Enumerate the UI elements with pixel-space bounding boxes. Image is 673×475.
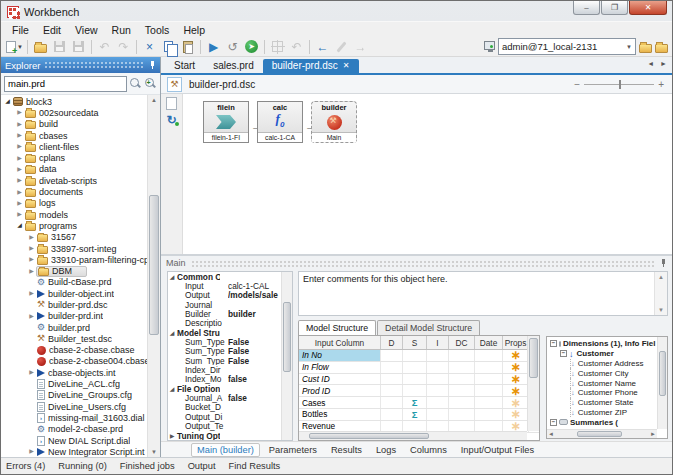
property-row[interactable]: Journal_A false (168, 393, 292, 402)
tree-item[interactable]: ▶ 31567 (1, 232, 160, 243)
tree-item[interactable]: ▶ 33910-param-filtering-cplan (1, 254, 160, 265)
expander-icon[interactable]: ◢ (168, 274, 176, 280)
tree-item[interactable]: ▶ cbase-objects.int (1, 367, 160, 378)
revert-button[interactable]: ↶ (287, 38, 306, 55)
scroll-thumb[interactable] (283, 302, 291, 372)
expander-icon[interactable]: ◢ (168, 330, 176, 336)
tree-item[interactable]: ⚙ model-2-cbase.prd (1, 424, 160, 435)
expander-icon[interactable]: ▶ (15, 142, 24, 151)
i-cell[interactable] (427, 421, 449, 432)
s-cell[interactable]: Σ (403, 397, 427, 408)
tree-item[interactable]: ◢ block3 (1, 96, 160, 107)
view-tab-main-builder-[interactable]: Main (builder) (191, 443, 260, 457)
date-cell[interactable] (475, 385, 503, 396)
zoom-slider[interactable]: − + (574, 79, 664, 90)
expander-icon[interactable]: ▶ (15, 199, 24, 208)
tree-item[interactable]: › New DIAL Script.dial (1, 435, 160, 446)
menu-item-edit[interactable]: Edit (36, 23, 68, 37)
expander-icon[interactable]: ▶ (27, 233, 36, 242)
redo-button[interactable]: ↷ (114, 38, 133, 55)
document-tab-start[interactable]: Start (165, 59, 204, 73)
search-input[interactable] (4, 76, 127, 92)
status-item-finished-jobs[interactable]: Finished jobs (120, 461, 175, 471)
fields-scrollbar[interactable] (657, 337, 667, 429)
dc-cell[interactable] (449, 350, 475, 361)
fields-hscrollbar[interactable]: ◄ ► (547, 429, 657, 438)
paste-button[interactable] (178, 38, 197, 55)
i-cell[interactable] (427, 397, 449, 408)
property-row[interactable]: Index_Mo false (168, 375, 292, 384)
input-column-cell[interactable]: Revenue (299, 421, 381, 432)
props-star-icon[interactable]: ∗ (510, 422, 520, 430)
menu-item-run[interactable]: Run (105, 23, 138, 37)
collapse-icon[interactable]: − (550, 340, 557, 347)
status-item-errors-4-[interactable]: Errors (4) (6, 461, 45, 471)
column-header-s[interactable]: S (403, 336, 427, 349)
zoom-handle[interactable] (619, 80, 621, 89)
tree-item[interactable]: cbase-2-cbase004.cbase (1, 356, 160, 367)
date-cell[interactable] (475, 374, 503, 385)
expander-icon[interactable]: ▶ (15, 188, 24, 197)
props-cell[interactable]: ∗ (503, 362, 529, 373)
menu-item-file[interactable]: File (5, 23, 36, 37)
save-button[interactable] (50, 38, 69, 55)
propgrid-scrollbar[interactable] (281, 272, 292, 440)
status-item-running-0-[interactable]: Running (0) (58, 461, 107, 471)
table-row[interactable]: Cases Σ ∗ (299, 397, 539, 409)
props-star-icon[interactable]: ∗ (510, 351, 520, 359)
input-column-cell[interactable]: Prod ID (299, 385, 381, 396)
table-row[interactable]: In No ∗ (299, 350, 539, 362)
table-hscrollbar[interactable] (299, 431, 527, 440)
pin-icon[interactable] (149, 61, 156, 70)
property-row[interactable]: ▶ Tuning Options (168, 431, 292, 440)
flow-node-builder[interactable]: builderMain (311, 101, 357, 143)
fields-tree-item[interactable]: ↓Customer City (550, 368, 653, 378)
fields-tree-item[interactable]: ↓Customer Name (550, 378, 653, 388)
column-header-dc[interactable]: DC (449, 336, 475, 349)
props-cell[interactable]: ∗ (503, 350, 529, 361)
input-column-cell[interactable]: Cases (299, 397, 381, 408)
view-tab-results[interactable]: Results (326, 444, 367, 456)
tree-item[interactable]: ▶ build (1, 119, 160, 130)
notes-page-icon[interactable] (166, 97, 177, 110)
property-row[interactable]: Sum_Type False (168, 347, 292, 356)
comment-scrollbar[interactable]: ▲ ▼ (654, 272, 667, 315)
expander-icon[interactable]: ▶ (27, 447, 36, 456)
comment-box[interactable]: Enter comments for this object here. ▲ ▼ (298, 271, 668, 316)
props-cell[interactable]: ∗ (503, 374, 529, 385)
dc-cell[interactable] (449, 421, 475, 432)
input-column-cell[interactable]: In No (299, 350, 381, 361)
props-star-icon[interactable]: ∗ (510, 399, 520, 407)
undo-button[interactable]: ↶ (95, 38, 114, 55)
property-row[interactable]: Sum_Type False (168, 356, 292, 365)
property-row[interactable]: Sum_Type False (168, 337, 292, 346)
property-row[interactable]: ◢ File Options (168, 384, 292, 393)
run-button[interactable]: ▶ (204, 38, 223, 55)
property-row[interactable]: ◢ Common Options (168, 272, 292, 281)
expander-icon[interactable]: ▶ (168, 433, 176, 439)
search-icon[interactable] (129, 77, 142, 90)
expander-icon[interactable]: ▶ (15, 165, 24, 174)
date-cell[interactable] (475, 421, 503, 432)
back-button[interactable]: ← (313, 38, 332, 55)
column-header-input-column[interactable]: Input Column (299, 336, 381, 349)
cut-button[interactable]: × (140, 38, 159, 55)
expander-icon[interactable]: ▶ (15, 154, 24, 163)
server-select[interactable]: admin@71_local-2131 ▼ (498, 38, 636, 55)
frame-button[interactable] (268, 38, 287, 55)
scroll-thumb[interactable] (309, 433, 429, 439)
tree-item[interactable]: ▶ models (1, 209, 160, 220)
props-star-icon[interactable]: ∗ (510, 375, 520, 383)
table-scrollbar[interactable] (527, 336, 539, 431)
tree-item[interactable]: ▶ builder-prd.int (1, 311, 160, 322)
input-column-cell[interactable]: Bottles (299, 409, 381, 420)
table-row[interactable]: In Flow ∗ (299, 362, 539, 374)
scroll-thumb[interactable] (659, 351, 666, 396)
props-cell[interactable]: ∗ (503, 421, 529, 432)
property-row[interactable]: Bucket_D (168, 403, 292, 412)
tree-item[interactable]: › missing-mail_31603.dial (1, 412, 160, 423)
new-project-icon[interactable] (655, 44, 668, 53)
expander-icon[interactable]: ▶ (27, 255, 36, 264)
sync-icon[interactable]: ↻ (166, 114, 176, 126)
expander-icon[interactable]: ▶ (27, 267, 36, 276)
